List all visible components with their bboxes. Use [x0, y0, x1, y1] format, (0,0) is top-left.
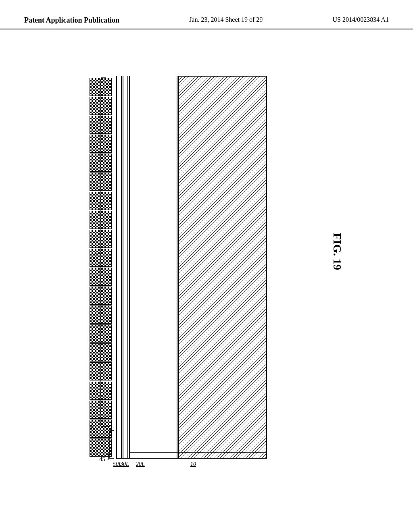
bottom-border [116, 458, 267, 459]
bracket-45: } [107, 452, 111, 461]
substrate-layer [178, 76, 267, 459]
svg-rect-1 [179, 77, 266, 458]
publication-number: US 2014/0023834 A1 [332, 16, 389, 23]
label-10: 10 [190, 461, 196, 468]
label-40: 40 [90, 424, 96, 430]
layer-30L [123, 76, 128, 459]
diagram-wrapper: 50L 30L 20L 10 40 45 } [90, 76, 323, 479]
diagram-container: 50L 30L 20L 10 40 45 } [0, 29, 413, 517]
publication-date-sheet: Jan. 23, 2014 Sheet 19 of 29 [189, 16, 263, 23]
layer-20L [129, 76, 177, 459]
bracket-40-svg [98, 76, 110, 438]
label-45: 45 [99, 456, 105, 463]
page-header: Patent Application Publication Jan. 23, … [0, 0, 413, 29]
fig-label: FIG. 19 [331, 233, 344, 270]
label-20L: 20L [136, 461, 145, 468]
publication-title: Patent Application Publication [24, 16, 119, 25]
label-30L: 30L [120, 461, 129, 468]
bottom-border-2 [129, 452, 267, 453]
layer-50L [116, 76, 122, 459]
